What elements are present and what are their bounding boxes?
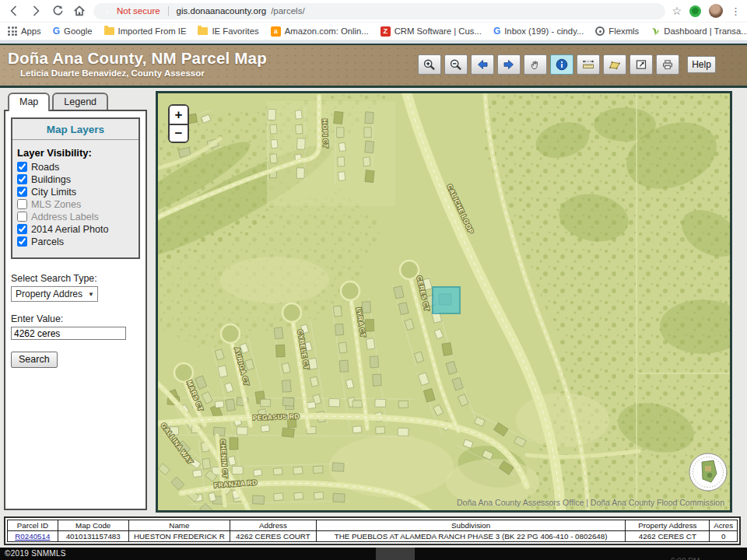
tab-map[interactable]: Map — [8, 93, 50, 111]
apps-grid-icon — [8, 26, 17, 36]
address-bar[interactable]: ! Not secure gis.donaanacounty.org/parce… — [93, 3, 665, 19]
watermark: ©2019 SNMMLS — [5, 549, 66, 558]
layer-checkbox[interactable] — [17, 224, 27, 234]
zoom-in-icon — [423, 58, 437, 71]
layer-row-mls-zones[interactable]: MLS Zones — [17, 198, 134, 210]
map-zoom-control: + − — [168, 104, 189, 143]
identify-icon — [555, 58, 569, 71]
amazon-icon: a — [271, 26, 281, 37]
layer-row-city-limits[interactable]: City Limits — [17, 186, 134, 198]
layer-checkbox[interactable] — [17, 199, 27, 209]
url-path: /parcels/ — [271, 6, 304, 16]
layer-checkbox[interactable] — [17, 212, 27, 222]
aerial-imagery[interactable]: HOPI CTCALICHE LOOPCERES CTLYRA CTCYBELE… — [158, 93, 730, 510]
zoom-in-tool-button[interactable] — [418, 54, 441, 75]
column-header: Acres — [710, 520, 738, 531]
forward-icon[interactable] — [28, 3, 44, 19]
print-icon — [661, 58, 675, 71]
footer-strip: ©2019 SNMMLS 6:00 PM — [0, 548, 747, 560]
browser-menu-icon[interactable]: ⋮ — [731, 5, 741, 17]
layer-row-address-labels[interactable]: Address Labels — [17, 211, 134, 222]
tab-legend[interactable]: Legend — [52, 93, 108, 110]
bookmark-item[interactable]: GGoogle — [53, 26, 93, 37]
bookmark-item[interactable]: Imported From IE — [104, 26, 187, 36]
measure-tool-button[interactable] — [577, 54, 600, 75]
security-label: Not secure — [117, 6, 160, 16]
map-layers-panel: Map Layers Layer Visibility: RoadsBuildi… — [11, 117, 140, 259]
parcel-id-link[interactable]: R0240514 — [15, 532, 50, 541]
flexmls-icon — [595, 26, 605, 36]
forward-tool-button[interactable] — [497, 54, 521, 75]
main-content: Map Legend Map Layers Layer Visibility: … — [0, 88, 747, 513]
bookmark-item[interactable]: Flexmls — [595, 26, 639, 36]
table-cell: 0 — [710, 531, 738, 542]
area-tool-tool-button[interactable] — [603, 54, 626, 75]
bookmark-item[interactable]: IE Favorites — [198, 26, 258, 36]
home-icon[interactable] — [72, 3, 87, 19]
layer-row-buildings[interactable]: Buildings — [17, 173, 134, 185]
identify-tool-button[interactable] — [550, 54, 573, 75]
layer-row-2014-aerial-photo[interactable]: 2014 Aerial Photo — [17, 223, 134, 235]
bookmark-item[interactable]: ZCRM Software | Cus... — [381, 26, 482, 37]
google-g-icon: G — [53, 26, 60, 37]
column-header: Address — [230, 520, 317, 531]
bookmark-item[interactable]: Apps — [8, 26, 41, 36]
layer-row-roads[interactable]: Roads — [17, 161, 134, 173]
measure-icon — [581, 58, 595, 71]
layer-checkbox[interactable] — [17, 187, 27, 197]
table-cell: HUESTON FREDERICK R — [128, 531, 230, 542]
aerial-map[interactable]: HOPI CTCALICHE LOOPCERES CTLYRA CTCYBELE… — [158, 93, 730, 510]
print-tool-button[interactable] — [656, 54, 679, 75]
back-tool-button[interactable] — [471, 54, 494, 75]
reload-icon[interactable] — [50, 3, 65, 19]
bookmark-item[interactable]: GInbox (199) - cindy... — [493, 26, 584, 37]
bookmark-item[interactable]: Dashboard | Transa... — [651, 26, 747, 37]
street-label: HOPI CT — [321, 119, 329, 149]
table-cell: 4010131157483 — [58, 531, 128, 542]
back-icon — [475, 58, 489, 71]
search-area: Select Search Type: Property Addres ▼ En… — [11, 273, 140, 368]
results-table: Parcel IDMap CodeNameAddressSubdivisionP… — [7, 520, 738, 542]
layer-visibility-label: Layer Visibility: — [17, 147, 134, 159]
help-button[interactable]: Help — [687, 56, 716, 73]
pan-tool-button[interactable] — [524, 54, 547, 75]
layer-checkbox[interactable] — [17, 162, 27, 172]
map-toolbar: Help — [418, 54, 716, 75]
area-tool-icon — [608, 58, 622, 71]
zoom-in-button[interactable]: + — [170, 106, 188, 124]
layer-row-parcels[interactable]: Parcels — [17, 236, 134, 247]
column-header: Parcel ID — [8, 520, 58, 531]
not-secure-warning-icon: ! — [103, 7, 112, 15]
sidebar-tabs: Map Legend — [8, 91, 147, 110]
zoom-out-tool-button[interactable] — [444, 54, 468, 75]
crm-z-icon: Z — [381, 26, 391, 37]
zoom-out-button[interactable]: − — [170, 124, 188, 142]
search-type-label: Select Search Type: — [11, 273, 140, 284]
column-header: Map Code — [58, 520, 128, 531]
bookmark-star-icon[interactable]: ☆ — [672, 5, 682, 17]
url-divider — [168, 6, 169, 16]
layer-checkbox[interactable] — [17, 236, 27, 247]
panel-divider — [12, 139, 139, 140]
back-icon[interactable] — [6, 3, 22, 19]
map-viewport[interactable]: HOPI CTCALICHE LOOPCERES CTLYRA CTCYBELE… — [156, 91, 732, 513]
footer-gray-block — [376, 548, 415, 560]
taskbar-clock: 6:00 PM — [671, 557, 700, 560]
profile-avatar[interactable] — [709, 4, 723, 18]
table-cell: THE PUEBLOS AT ALAMEDA RANCH PHASE 3 (BK… — [316, 531, 626, 542]
url-host: gis.donaanacounty.org — [177, 6, 267, 16]
bookmark-item[interactable]: aAmazon.com: Onlin... — [271, 26, 369, 37]
selected-parcel[interactable] — [433, 287, 460, 313]
layer-checkbox[interactable] — [17, 174, 27, 184]
extension-icon[interactable] — [689, 5, 701, 17]
search-button[interactable]: Search — [11, 352, 58, 368]
column-header: Name — [128, 520, 230, 531]
pan-icon — [528, 58, 542, 71]
layer-checkbox-list: RoadsBuildingsCity LimitsMLS ZonesAddres… — [17, 161, 134, 247]
search-input[interactable] — [11, 327, 126, 340]
folder-icon — [198, 27, 208, 35]
browser-window: ! Not secure gis.donaanacounty.org/parce… — [0, 0, 747, 560]
export-tool-button[interactable] — [630, 54, 653, 75]
sidebar-panel: Map Layers Layer Visibility: RoadsBuildi… — [4, 110, 147, 510]
search-type-select[interactable]: Property Addres ▼ — [11, 286, 98, 302]
